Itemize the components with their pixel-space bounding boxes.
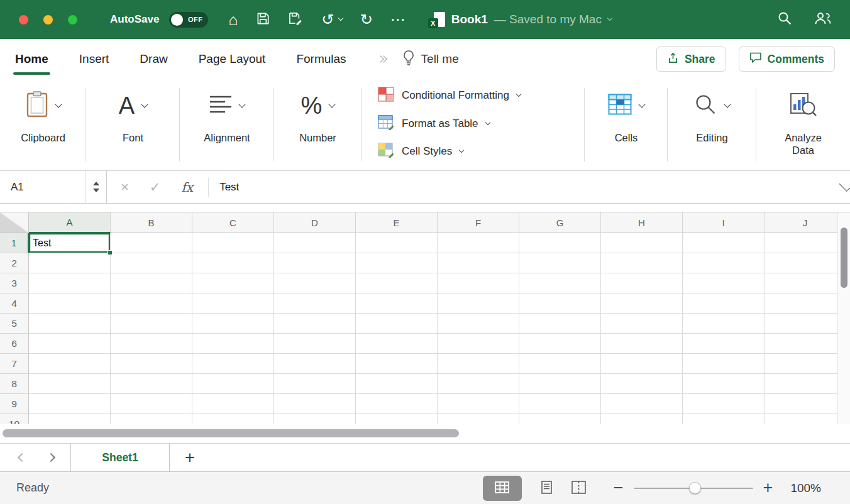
cell-E4[interactable]: [356, 293, 438, 314]
column-header-J[interactable]: J: [764, 212, 846, 233]
cell-B3[interactable]: [111, 273, 192, 293]
redo-button[interactable]: ↻: [359, 11, 374, 28]
cell-C10[interactable]: [192, 414, 274, 424]
cell-D5[interactable]: [274, 314, 356, 334]
share-people-button[interactable]: [812, 9, 834, 30]
cell-E6[interactable]: [356, 334, 438, 354]
cell-I3[interactable]: [683, 273, 764, 293]
cell-A4[interactable]: [29, 293, 111, 314]
page-layout-view-button[interactable]: [539, 481, 554, 496]
format-as-table-button[interactable]: Format as Table: [378, 110, 490, 138]
cell-G8[interactable]: [519, 374, 601, 394]
cell-I7[interactable]: [683, 354, 764, 374]
cell-G2[interactable]: [519, 253, 601, 273]
cell-J3[interactable]: [764, 273, 846, 293]
cell-I5[interactable]: [683, 314, 764, 334]
cancel-entry-button[interactable]: ×: [121, 179, 129, 195]
tab-formulas[interactable]: Formulas: [296, 39, 346, 79]
insert-function-button[interactable]: fx: [181, 180, 193, 195]
cell-A8[interactable]: [29, 374, 111, 394]
cell-D9[interactable]: [274, 394, 356, 414]
search-button[interactable]: [776, 9, 793, 30]
tab-draw[interactable]: Draw: [140, 39, 167, 79]
cell-F10[interactable]: [438, 414, 519, 424]
cell-F1[interactable]: [438, 233, 519, 253]
cell-I8[interactable]: [683, 374, 764, 394]
share-button[interactable]: Share: [656, 47, 726, 72]
cell-H6[interactable]: [601, 334, 683, 354]
cell-B1[interactable]: [111, 233, 192, 253]
save-button[interactable]: [255, 10, 272, 30]
cell-D8[interactable]: [274, 374, 356, 394]
cell-F7[interactable]: [438, 354, 519, 374]
page-break-view-button[interactable]: [571, 481, 586, 496]
name-box-spinner[interactable]: [85, 171, 106, 203]
cell-J10[interactable]: [764, 414, 846, 424]
cell-G7[interactable]: [519, 354, 601, 374]
autosave-toggle[interactable]: OFF: [169, 12, 208, 28]
conditional-formatting-button[interactable]: Conditional Formatting: [378, 82, 521, 110]
zoom-slider[interactable]: [634, 482, 753, 495]
cell-E2[interactable]: [356, 253, 438, 273]
cell-B6[interactable]: [111, 334, 192, 354]
spinner-down-icon[interactable]: [93, 189, 99, 192]
cell-C9[interactable]: [192, 394, 274, 414]
add-sheet-button[interactable]: +: [185, 444, 195, 471]
cell-C2[interactable]: [192, 253, 274, 273]
save-as-button[interactable]: [287, 10, 306, 30]
cell-C1[interactable]: [192, 233, 274, 253]
cell-G1[interactable]: [519, 233, 601, 253]
cell-A2[interactable]: [29, 253, 111, 273]
cell-F4[interactable]: [438, 293, 519, 314]
row-header-3[interactable]: 3: [0, 273, 29, 293]
font-dropdown[interactable]: A: [119, 79, 147, 132]
column-header-B[interactable]: B: [111, 212, 192, 233]
analyze-data-button[interactable]: [790, 79, 817, 132]
close-window-button[interactable]: [19, 15, 28, 25]
column-header-C[interactable]: C: [192, 212, 274, 233]
row-header-7[interactable]: 7: [0, 354, 29, 374]
cell-C4[interactable]: [192, 293, 274, 314]
name-box[interactable]: A1: [0, 171, 107, 203]
column-header-A[interactable]: A: [29, 212, 111, 233]
home-button[interactable]: ⌂: [227, 11, 239, 29]
fill-handle[interactable]: [108, 250, 113, 255]
tab-home[interactable]: Home: [15, 39, 48, 79]
document-title[interactable]: X Book1 — Saved to my Mac: [428, 11, 612, 28]
cell-styles-button[interactable]: Cell Styles: [378, 138, 463, 166]
cell-E8[interactable]: [356, 374, 438, 394]
cell-E3[interactable]: [356, 273, 438, 293]
cell-I1[interactable]: [683, 233, 764, 253]
cell-E1[interactable]: [356, 233, 438, 253]
tab-page-layout[interactable]: Page Layout: [199, 39, 266, 79]
column-header-G[interactable]: G: [519, 212, 601, 233]
number-dropdown[interactable]: %: [301, 79, 335, 132]
cell-A5[interactable]: [29, 314, 111, 334]
cell-J6[interactable]: [764, 334, 846, 354]
horizontal-scrollbar-thumb[interactable]: [3, 429, 459, 437]
cell-C3[interactable]: [192, 273, 274, 293]
row-header-5[interactable]: 5: [0, 314, 29, 334]
cell-G9[interactable]: [519, 394, 601, 414]
cell-I9[interactable]: [683, 394, 764, 414]
cell-A6[interactable]: [29, 334, 111, 354]
cell-F6[interactable]: [438, 334, 519, 354]
cell-B4[interactable]: [111, 293, 192, 314]
more-tabs-button[interactable]: [380, 57, 386, 62]
column-header-E[interactable]: E: [356, 212, 438, 233]
confirm-entry-button[interactable]: ✓: [150, 180, 161, 195]
fullscreen-window-button[interactable]: [68, 15, 77, 25]
cell-I6[interactable]: [683, 334, 764, 354]
select-all-corner[interactable]: [0, 212, 29, 233]
cell-C7[interactable]: [192, 354, 274, 374]
cell-B9[interactable]: [111, 394, 192, 414]
cells-dropdown[interactable]: [608, 79, 644, 132]
cell-G10[interactable]: [519, 414, 601, 424]
cell-H10[interactable]: [601, 414, 683, 424]
tell-me-button[interactable]: Tell me: [402, 50, 459, 69]
cell-I10[interactable]: [683, 414, 764, 424]
zoom-out-button[interactable]: −: [614, 479, 624, 496]
cell-H1[interactable]: [601, 233, 683, 253]
cell-A7[interactable]: [29, 354, 111, 374]
cell-A1[interactable]: Test: [29, 233, 111, 253]
